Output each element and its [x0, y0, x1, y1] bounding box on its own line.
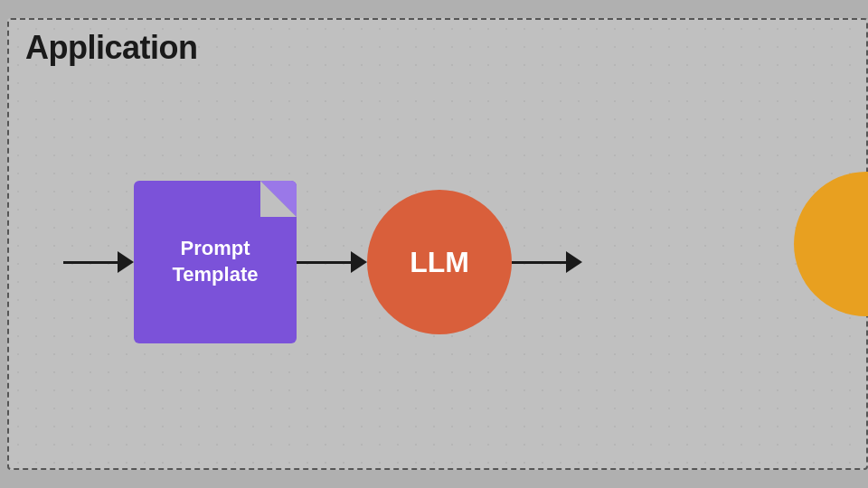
- flow-container: Prompt Template LLM: [9, 181, 866, 343]
- middle-arrow: [297, 251, 367, 273]
- output-arrow-line: [512, 261, 566, 264]
- prompt-template-label: Prompt Template: [173, 236, 259, 287]
- input-arrow-line: [63, 261, 118, 264]
- main-container: Application Prompt Template: [0, 0, 868, 488]
- llm-node: LLM: [367, 190, 512, 334]
- input-arrow: [63, 251, 134, 273]
- output-arrow-head: [566, 251, 582, 273]
- llm-label: LLM: [410, 246, 469, 279]
- output-arrow: [512, 251, 582, 273]
- middle-arrow-head: [351, 251, 367, 273]
- application-box: Application Prompt Template: [7, 18, 868, 470]
- application-label: Application: [25, 29, 198, 67]
- input-arrow-head: [118, 251, 134, 273]
- prompt-template-node: Prompt Template: [134, 181, 297, 343]
- middle-arrow-line: [297, 261, 351, 264]
